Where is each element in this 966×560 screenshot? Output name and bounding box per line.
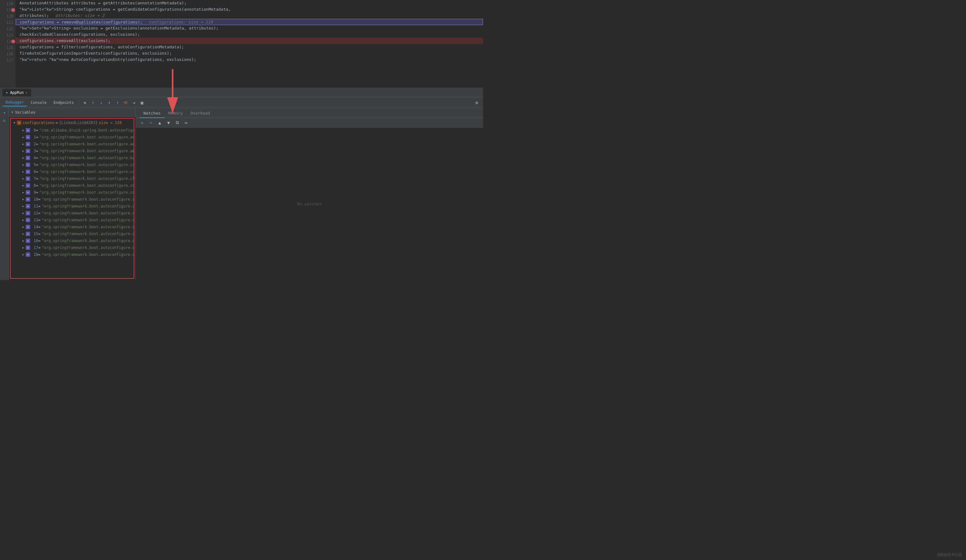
var-item-index: 11 [31,204,38,209]
var-item[interactable]: ▶ = 1 = "org.springframework.boot.autoco… [11,134,134,141]
var-item-index: 5 [31,163,36,167]
var-item-expand[interactable]: ▶ [21,245,26,250]
variables-collapse-arrow[interactable]: ▼ [11,110,13,114]
var-item-expand[interactable]: ▶ [21,135,26,140]
var-item-index: 13 [31,218,38,222]
tab-close-icon[interactable]: ✕ [25,91,27,94]
var-item-expand[interactable]: ▶ [21,232,26,236]
var-item[interactable]: ▶ = 13 = "org.springframework.boot.autoc… [11,217,134,223]
var-item[interactable]: ▶ = 9 = "org.springframework.boot.autoco… [11,189,134,196]
var-item-expand[interactable]: ▶ [21,148,26,153]
var-item[interactable]: ▶ = 7 = "org.springframework.boot.autoco… [11,175,134,182]
var-item-val: "org.springframework.boot.autoconfigure.… [42,232,134,236]
var-item-eq: = [38,225,41,229]
var-item-index: 8 [31,183,36,188]
var-item-eq: = [36,190,38,195]
watches-infinity-btn[interactable]: ∞ [182,119,190,126]
var-item-eq: = [36,176,38,181]
var-item-index: 14 [31,225,38,229]
var-item-expand[interactable]: ▶ [21,252,26,257]
toolbar-btn-settings[interactable]: ⚙ [473,99,480,107]
var-item-index: 7 [31,176,36,181]
var-item[interactable]: ▶ = 0 = "com.alibaba.druid.spring.boot.a… [11,127,134,134]
code-line-122: "kw">Set<"kw">String> exclusions = getEx… [16,25,483,31]
code-line-121: configurations = removeDuplicates(config… [16,19,483,25]
var-item-index: 1 [31,135,36,140]
var-item[interactable]: ▶ = 14 = "org.springframework.boot.autoc… [11,223,134,230]
var-item-expand[interactable]: ▶ [21,155,26,160]
var-item-val: "org.springframework.boot.autoconfigure.… [42,218,134,222]
endpoints-tab[interactable]: Endpoints [50,99,77,106]
var-item-val: "org.springframework.boot.autoconfigure.… [42,245,134,250]
var-item-val: "org.springframework.boot.autoconfigure.… [39,169,134,174]
var-item[interactable]: ▶ = 18 = "org.springframework.boot.autoc… [11,251,134,258]
apprun-tab[interactable]: ▶ AppRun ✕ [3,89,31,96]
overhead-tab[interactable]: Overhead [187,109,214,118]
var-item-val: "org.springframework.boot.autoconfigure.… [42,225,134,229]
toolbar-btn-run-cursor[interactable]: ↑ [113,99,121,107]
var-item[interactable]: ▶ = 17 = "org.springframework.boot.autoc… [11,244,134,251]
var-item-eq: = [38,204,41,209]
variables-container[interactable]: ▼ = configurations = {LinkedList@4263} s… [10,118,134,279]
var-item-expand[interactable]: ▶ [21,162,26,167]
var-item-expand[interactable]: ▶ [21,225,26,230]
var-item-expand[interactable]: ▶ [21,190,26,195]
var-item-icon: = [26,142,30,146]
var-item[interactable]: ▶ = 15 = "org.springframework.boot.autoc… [11,230,134,237]
var-item-expand[interactable]: ▶ [21,169,26,174]
var-item[interactable]: ▶ = 6 = "org.springframework.boot.autoco… [11,168,134,175]
var-root-size: size = 119 [99,120,122,125]
code-content: AnnotationAttributes attributes = getAtt… [16,0,483,87]
toolbar-btn-resume[interactable]: ⟲ [122,99,129,107]
var-item-expand[interactable]: ▶ [21,141,26,146]
var-item-index: 15 [31,232,38,236]
var-item[interactable]: ▶ = 10 = "org.springframework.boot.autoc… [11,196,134,203]
collapse-all-icon[interactable]: ◀ [1,109,8,116]
debugger-tab[interactable]: Debugger [3,99,27,107]
var-item-val: "org.springframework.boot.autoconfigure.… [39,142,134,146]
watches-add-btn[interactable]: + [138,119,146,126]
var-item[interactable]: ▶ = 4 = "org.springframework.boot.autoco… [11,154,134,161]
var-item-expand[interactable]: ▶ [21,183,26,188]
var-item[interactable]: ▶ = 3 = "org.springframework.boot.autoco… [11,148,134,154]
code-line-120: attributes);attributes: size = 2 [16,13,483,19]
var-item-val: "org.springframework.boot.autoconfigure.… [42,238,134,243]
var-item-val: "org.springframework.boot.autoconfigure.… [39,190,134,195]
var-item-eq: = [36,149,38,153]
var-root-item[interactable]: ▼ = configurations = {LinkedList@4263} s… [11,119,134,127]
watches-copy-btn[interactable]: ⧉ [174,119,181,126]
var-item-expand[interactable]: ▶ [21,211,26,216]
memory-tab[interactable]: Memory [164,109,187,118]
toolbar-btn-step-out[interactable]: ⬆ [105,99,113,107]
var-item-expand[interactable]: ▶ [21,218,26,223]
var-item-expand[interactable]: ▶ [21,176,26,181]
var-root-expand[interactable]: ▼ [12,120,17,125]
var-item-icon: = [26,204,30,209]
var-item-val: "org.springframework.boot.autoconfigure.… [39,156,134,160]
var-item[interactable]: ▶ = 8 = "org.springframework.boot.autoco… [11,182,134,189]
var-item-expand[interactable]: ▶ [21,197,26,202]
toolbar-btn-step-over[interactable]: ↑ [89,99,97,107]
debugger-main: ◀ ⊟ ▼ Variables ▼ = configurations = {Li… [0,108,483,280]
var-item-expand[interactable]: ▶ [21,204,26,209]
var-item[interactable]: ▶ = 5 = "org.springframework.boot.autoco… [11,161,134,168]
watches-tab[interactable]: Watches [140,109,164,118]
filter-icon[interactable]: ⊟ [1,117,8,124]
var-item[interactable]: ▶ = 16 = "org.springframework.boot.autoc… [11,237,134,244]
console-tab[interactable]: Console [28,99,50,106]
var-item[interactable]: ▶ = 12 = "org.springframework.boot.autoc… [11,210,134,217]
code-line-127: "kw">return "kw">new AutoConfigurationEn… [16,56,483,63]
code-area: 118119120121122123124125126127 Annotatio… [0,0,483,88]
var-item[interactable]: ▶ = 2 = "org.springframework.boot.autoco… [11,141,134,148]
watches-remove-btn[interactable]: − [147,119,155,126]
toolbar-btn-step-into[interactable]: ↓ [97,99,105,107]
var-item-expand[interactable]: ▶ [21,128,26,133]
toolbar-btn-table[interactable]: ▦ [138,99,146,107]
toolbar-btn-mute[interactable]: ⇥ [130,99,138,107]
var-item-val: "org.springframework.boot.autoconfigure.… [39,135,134,140]
toolbar-btn-menu[interactable]: ≡ [81,99,89,107]
var-item-expand[interactable]: ▶ [21,238,26,243]
watches-down-btn[interactable]: ▼ [165,119,172,126]
watches-up-btn[interactable]: ▲ [156,119,164,126]
var-item[interactable]: ▶ = 11 = "org.springframework.boot.autoc… [11,203,134,210]
